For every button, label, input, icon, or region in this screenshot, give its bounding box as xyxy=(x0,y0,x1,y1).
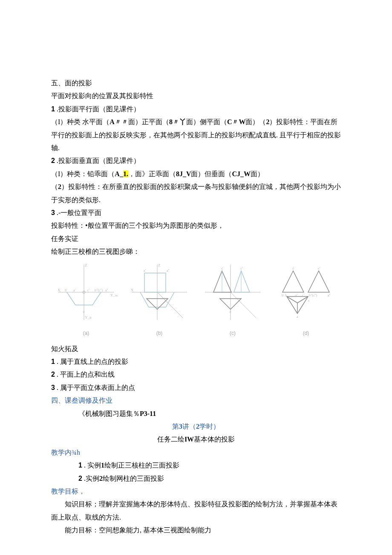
section-5-intro: 平面对投影向的位置及其投影特性 xyxy=(51,90,341,102)
expand-2-num: 2 xyxy=(51,371,55,378)
txt-bold: 1 xyxy=(101,462,104,469)
item-1-num: 1 xyxy=(51,105,55,113)
txt-bold: CJ_W xyxy=(232,170,251,177)
txt: .实例 xyxy=(82,475,99,482)
svg-text:b"(c"): b"(c") xyxy=(95,288,103,292)
txt: 绘制正三核柱的三面投影 xyxy=(104,462,179,469)
lecture-title: 第3讲（2学时） xyxy=(51,420,341,433)
svg-line-36 xyxy=(297,296,308,303)
section-4-content: 《机械制图习题集％P3-11 xyxy=(51,407,341,420)
expand-heading: 知火拓及 xyxy=(51,343,341,355)
expand-1-num: 1 xyxy=(51,358,55,365)
svg-text:b: b xyxy=(285,293,287,297)
svg-text:s': s' xyxy=(221,267,223,270)
svg-marker-33 xyxy=(308,271,329,292)
svg-text:Z: Z xyxy=(85,263,87,267)
txt-highlight: 1. xyxy=(123,170,128,177)
item-2-line2: （2）投影特性：在所垂直的投影面的投影积聚成一条与投影轴便斜的宜城，其他两个投影… xyxy=(51,180,341,206)
txt-bold: C〃W xyxy=(227,118,246,125)
projection-diagram-c-icon: s' s" a xyxy=(201,262,265,322)
teach-content-item-1: 1 . 实例1绘制正三核柱的三面投影 xyxy=(51,459,341,472)
txt-bold: 2 xyxy=(99,475,103,482)
txt: 《机械制图习题集％ xyxy=(78,410,140,417)
svg-line-35 xyxy=(287,296,297,303)
txt-bold: A_ xyxy=(115,170,123,177)
diagram-label-a: (a) xyxy=(51,328,121,338)
document-page: 五、面的投影 平面对投影向的位置及其投影特性 1 .投影面平行面（图见课件） （… xyxy=(0,0,392,555)
svg-text:b': b' xyxy=(282,293,284,297)
txt: 任务二绘 xyxy=(157,436,184,443)
teach-content-item-2: 2 .实例2绘制网柱的三面投影 xyxy=(51,472,341,485)
tc-1-num: 1 xyxy=(78,462,82,469)
txt-bold: IW xyxy=(184,436,194,443)
item-2-title: .投影面垂直面（图见课件） xyxy=(55,157,140,164)
svg-marker-32 xyxy=(282,271,304,292)
svg-text:Y_n: Y_n xyxy=(85,315,92,320)
svg-text:a': a' xyxy=(73,288,76,292)
diagram-a: Z X Y_w Y_n b' a' c' b"(c") a" a (a) xyxy=(51,262,121,338)
teach-goal-p1: 知识目标；理解并室握施本体的形体特点、投影特征及投影图的绘制方法，并掌握基本体表… xyxy=(51,498,341,524)
txt: 面）侧平面（ xyxy=(186,118,227,125)
txt: 面）（ xyxy=(245,118,266,125)
txt: ，面》正乖面（ xyxy=(128,170,176,177)
tc-2-num: 2 xyxy=(78,475,82,482)
item-1-title: .投影面平行面（图见课件） xyxy=(55,105,140,113)
svg-text:c': c' xyxy=(302,293,305,297)
txt-bold: A〃〃 xyxy=(110,118,128,125)
txt: 第 xyxy=(172,423,179,430)
txt-bold: 8J_V xyxy=(176,170,191,177)
diagram-label-c: (c) xyxy=(198,328,268,338)
item-2-line1: （I）种类：铅乖面（A_1.，面》正乖面（8J_V面）但垂面（CJ_W面） xyxy=(51,168,341,180)
txt: 面）但垂面（ xyxy=(191,170,232,177)
teach-content-heading: 教学内¾h xyxy=(51,446,341,459)
svg-text:a': a' xyxy=(144,269,146,273)
section-4-heading: 四、课叁调修及作业 xyxy=(51,394,341,407)
svg-text:a: a xyxy=(230,310,231,314)
svg-text:X: X xyxy=(131,288,134,292)
txt: （I）种类 水平面（ xyxy=(51,118,110,125)
txt: 面）正平面（ xyxy=(128,118,169,125)
item-3-num: 3 xyxy=(51,209,55,216)
svg-text:Y_w: Y_w xyxy=(110,293,118,297)
expand-3-num: 3 xyxy=(51,384,55,391)
txt-bold: 3 xyxy=(179,423,182,430)
item-1: 1 .投影面平行面（图见课件） xyxy=(51,103,341,116)
item-2: 2 .投影面垂直面（图见课件） xyxy=(51,154,341,167)
expand-item-2: 2 . 平面上的点和出线 xyxy=(51,368,341,381)
txt-bold: 2 xyxy=(196,423,199,430)
svg-marker-25 xyxy=(234,271,250,292)
txt: （I）种类：铅乖面（ xyxy=(51,170,115,177)
projection-diagram-d-icon: s' s" b' a' c' b"(c") a" b c a xyxy=(274,262,338,322)
expand-item-1: 1 . 属于直线上的点的投影 xyxy=(51,355,341,368)
txt: 学时） xyxy=(199,423,220,430)
svg-text:a": a" xyxy=(105,288,108,292)
expand-1-text: . 属于直线上的点的投影 xyxy=(55,358,128,365)
svg-text:a": a" xyxy=(167,269,170,273)
diagram-row: Z X Y_w Y_n b' a' c' b"(c") a" a (a) Z xyxy=(51,262,341,338)
diagram-d: s' s" b' a' c' b"(c") a" b c a (d) xyxy=(271,262,341,338)
teach-goal-heading: 教学目标， xyxy=(51,485,341,498)
txt: . 实例 xyxy=(82,462,101,469)
section-5-heading: 五、面的投影 xyxy=(51,77,341,90)
svg-text:b"(c"): b"(c") xyxy=(309,293,317,297)
expand-2-text: . 平面上的点和出线 xyxy=(55,371,115,378)
svg-text:c: c xyxy=(308,299,310,302)
diagram-label-b: (b) xyxy=(124,328,194,338)
diagram-b: Z X a' a" (b) xyxy=(124,262,194,338)
svg-text:c': c' xyxy=(87,288,90,292)
svg-text:X: X xyxy=(58,288,61,292)
diagram-label-d: (d) xyxy=(271,328,341,338)
svg-text:Z: Z xyxy=(158,263,161,267)
svg-text:a: a xyxy=(83,310,85,314)
item-1-body: （I）种类 水平面（A〃〃面）正平面（8〃丫面）侧平面（C〃W面）（2）投影特性… xyxy=(51,116,341,154)
expand-item-3: 3 . 属于平面立体表面上的点 xyxy=(51,381,341,394)
lecture-subtitle: 任务二绘IW基本体的投影 xyxy=(51,433,341,446)
txt: 讲（ xyxy=(182,423,196,430)
item-3: 3 .-一般位置平面 xyxy=(51,206,341,219)
item-3-body: 投影特性：•般位置平面的三个投影均为原图形的类似形， xyxy=(51,219,341,232)
item-3-title: .-一般位置平面 xyxy=(55,209,101,216)
diagram-c: s' s" a (c) xyxy=(198,262,268,338)
txt: 基本体的投影 xyxy=(194,436,235,443)
txt: 面） xyxy=(251,170,264,177)
txt: （ xyxy=(51,183,58,190)
